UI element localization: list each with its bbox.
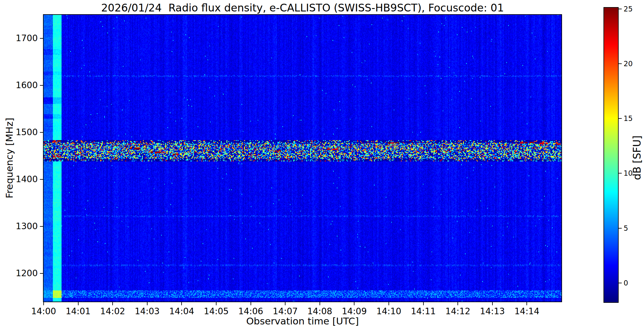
y-tick-label: 1300: [0, 221, 38, 231]
y-tick-mark: [40, 273, 43, 274]
x-tick-mark: [43, 302, 44, 305]
x-tick-mark: [492, 302, 493, 305]
y-axis-label: Frequency [MHz]: [4, 118, 15, 199]
x-tick-mark: [526, 302, 527, 305]
colorbar-tick-label: 20: [624, 59, 633, 68]
plot-title: 2026/01/24 Radio flux density, e-CALLIST…: [44, 2, 561, 14]
colorbar-tick-label: 5: [624, 224, 628, 233]
x-tick-mark: [457, 302, 458, 305]
x-tick-label: 14:14: [505, 306, 548, 316]
x-axis-label: Observation time [UTC]: [44, 315, 561, 327]
spectrogram-canvas: [44, 15, 561, 302]
x-tick-mark: [147, 302, 148, 305]
colorbar-tick-mark: [619, 118, 622, 119]
colorbar-gradient: [604, 8, 618, 302]
colorbar-frame: [603, 7, 619, 303]
y-tick-label: 1200: [0, 268, 38, 278]
x-tick-mark: [251, 302, 251, 305]
x-tick-mark: [78, 302, 79, 305]
colorbar-tick-mark: [619, 63, 622, 64]
y-tick-label: 1700: [0, 33, 38, 43]
colorbar-tick-mark: [619, 283, 622, 283]
colorbar-tick-label: 15: [624, 114, 633, 123]
x-tick-mark: [423, 302, 424, 305]
y-tick-label: 1600: [0, 80, 38, 90]
spectrogram-figure: 2026/01/24 Radio flux density, e-CALLIST…: [0, 0, 644, 330]
colorbar-tick-mark: [619, 173, 622, 174]
plot-area-frame: [43, 14, 562, 302]
y-tick-mark: [40, 132, 43, 133]
x-tick-mark: [354, 302, 354, 305]
colorbar-axis-label: dB [SFU]: [631, 135, 643, 180]
x-tick-mark: [285, 302, 286, 305]
y-tick-mark: [40, 38, 43, 39]
y-tick-mark: [40, 179, 43, 180]
x-tick-mark: [389, 302, 389, 305]
colorbar-tick-label: 25: [624, 5, 633, 13]
x-tick-mark: [320, 302, 320, 305]
x-tick-mark: [112, 302, 113, 305]
x-tick-mark: [181, 302, 182, 305]
colorbar-tick-mark: [619, 9, 622, 9]
y-tick-mark: [40, 85, 43, 86]
x-tick-mark: [216, 302, 217, 305]
y-tick-mark: [40, 226, 43, 227]
colorbar-tick-label: 0: [624, 279, 628, 287]
colorbar-tick-mark: [619, 228, 622, 229]
